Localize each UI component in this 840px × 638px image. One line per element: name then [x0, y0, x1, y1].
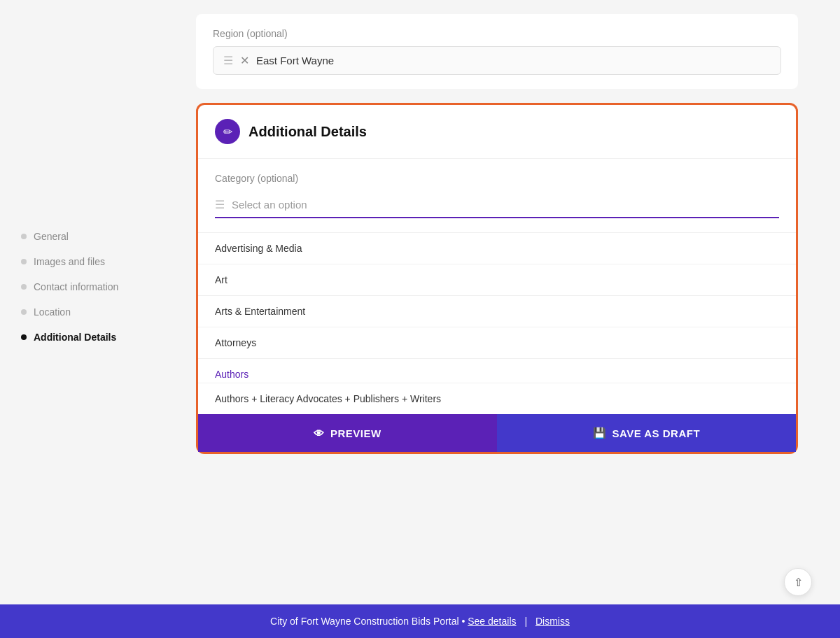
sidebar-item-location[interactable]: Location [21, 299, 175, 325]
scroll-top-button[interactable]: ⇧ [784, 568, 812, 596]
save-draft-button-label: SAVE AS DRAFT [612, 427, 700, 439]
dropdown-option-advertising[interactable]: Advertising & Media [198, 233, 796, 264]
sidebar-dot [21, 309, 27, 315]
footer-dismiss-link[interactable]: Dismiss [536, 616, 570, 627]
footer-bullet: • [461, 616, 468, 627]
page-wrapper: General Images and files Contact informa… [0, 0, 840, 638]
region-input-wrapper: ☰ ✕ East Fort Wayne [213, 46, 781, 75]
sidebar-item-contact[interactable]: Contact information [21, 274, 175, 299]
right-content: Region (optional) ☰ ✕ East Fort Wayne ✏ … [196, 14, 840, 638]
sidebar-dot [21, 234, 27, 239]
preview-button-label: PREVIEW [330, 427, 382, 439]
category-select-placeholder: Select an option [232, 199, 779, 211]
category-select-wrapper[interactable]: ☰ Select an option [215, 192, 779, 218]
main-content: General Images and files Contact informa… [0, 0, 840, 638]
sidebar-dot-active [21, 334, 27, 340]
sidebar-dot [21, 259, 27, 264]
sidebar: General Images and files Contact informa… [0, 14, 196, 638]
section-title: Additional Details [248, 124, 367, 140]
footer-separator: | [524, 616, 527, 627]
eye-icon: 👁 [314, 427, 325, 439]
category-label: Category (optional) [215, 173, 779, 184]
section-header: ✏ Additional Details [198, 105, 796, 159]
region-section: Region (optional) ☰ ✕ East Fort Wayne [196, 14, 798, 89]
save-icon: 💾 [593, 427, 607, 439]
footer-text: City of Fort Wayne Construction Bids Por… [270, 616, 458, 627]
dropdown-option-attorneys[interactable]: Attorneys [198, 327, 796, 359]
preview-button[interactable]: 👁 PREVIEW [198, 414, 497, 452]
close-region-button[interactable]: ✕ [240, 54, 249, 67]
category-dropdown-list: Advertising & Media Art Arts & Entertain… [198, 232, 796, 383]
action-buttons: 👁 PREVIEW 💾 SAVE AS DRAFT [198, 414, 796, 452]
section-icon: ✏ [215, 119, 240, 144]
sidebar-item-label: Location [34, 306, 71, 318]
save-draft-button[interactable]: 💾 SAVE AS DRAFT [497, 414, 796, 452]
dropdown-option-authors-partial[interactable]: Authors [198, 359, 796, 383]
drag-handle-icon: ☰ [215, 198, 225, 211]
footer: City of Fort Wayne Construction Bids Por… [0, 604, 840, 638]
sidebar-item-label: General [34, 231, 69, 242]
dropdown-option-arts-entertainment[interactable]: Arts & Entertainment [198, 296, 796, 327]
dropdown-option-authors-combo[interactable]: Authors + Literacy Advocates + Publisher… [198, 383, 796, 414]
sidebar-item-additional-details[interactable]: Additional Details [21, 325, 175, 350]
drag-handle-icon: ☰ [223, 54, 233, 67]
chevron-up-icon: ⇧ [794, 576, 803, 589]
sidebar-dot [21, 284, 27, 290]
sidebar-item-label: Contact information [34, 281, 118, 292]
sidebar-item-label: Additional Details [34, 332, 116, 343]
footer-see-details-link[interactable]: See details [468, 616, 516, 627]
region-value: East Fort Wayne [256, 55, 771, 66]
region-field-label: Region (optional) [213, 28, 781, 39]
sidebar-item-general[interactable]: General [21, 224, 175, 249]
sidebar-item-images[interactable]: Images and files [21, 249, 175, 274]
dropdown-option-art[interactable]: Art [198, 264, 796, 296]
sidebar-item-label: Images and files [34, 256, 105, 267]
category-section: Category (optional) ☰ Select an option [198, 159, 796, 232]
sidebar-nav: General Images and files Contact informa… [21, 224, 175, 350]
additional-details-section: ✏ Additional Details Category (optional)… [196, 103, 798, 454]
